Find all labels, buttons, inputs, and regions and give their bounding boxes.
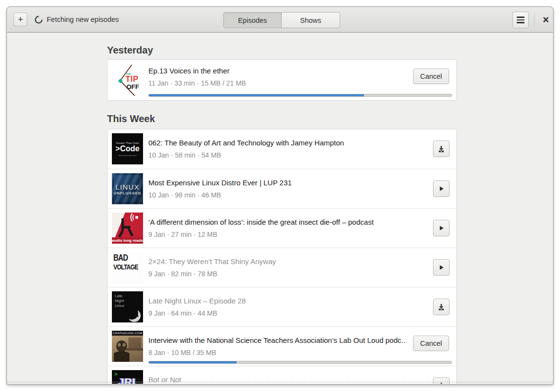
fetch-status-label: Fetching new episodes bbox=[47, 7, 119, 32]
episode-meta: 9 Jan · 27 min · 12 MB bbox=[148, 231, 217, 238]
episode-title: ‘A different dimension of loss’: inside … bbox=[148, 218, 374, 226]
episode-meta: 10 Jan · 98 min · 46 MB bbox=[148, 191, 221, 199]
podcast-cover-bad-voltage: BAD VOLTAGE bbox=[112, 252, 143, 283]
episode-title: Interview with the National Science Teac… bbox=[148, 336, 406, 344]
download-icon bbox=[437, 145, 445, 153]
section-title-yesterday: Yesterday bbox=[107, 45, 153, 56]
view-switcher: Episodes Shows bbox=[223, 12, 340, 28]
episode-meta: 9 Jan · 64 min · 44 MB bbox=[148, 309, 217, 317]
play-episode-button[interactable] bbox=[433, 220, 450, 236]
play-episode-button[interactable] bbox=[433, 180, 450, 197]
close-window-button[interactable]: × bbox=[539, 13, 553, 27]
podcast-cover-audio-long-reads: audio long reads bbox=[112, 213, 143, 244]
cover-banner: audio long reads bbox=[112, 237, 143, 244]
download-icon bbox=[437, 303, 445, 311]
episode-title: Ep.13 Voices in the ether bbox=[148, 67, 230, 75]
app-window: + Fetching new episodes Episodes Shows ×… bbox=[7, 7, 553, 384]
episode-title: Late Night Linux – Episode 28 bbox=[148, 297, 246, 305]
episode-meta: 11 Jan · 33 min · 15 MB / 21 MB bbox=[148, 79, 246, 87]
episode-row: audio long reads ‘A different dimension … bbox=[108, 208, 456, 248]
play-icon bbox=[438, 185, 445, 192]
headerbar-separator bbox=[534, 13, 535, 27]
podcast-cover-linux-unplugged: LINUX UNPLUGGED bbox=[112, 173, 143, 204]
download-episode-button[interactable] bbox=[433, 141, 450, 157]
scroll-undershoot-indicator bbox=[7, 382, 553, 382]
tab-shows[interactable]: Shows bbox=[282, 12, 340, 28]
episode-meta: 9 Jan · 82 min · 78 MB bbox=[148, 270, 217, 278]
add-podcast-button[interactable]: + bbox=[14, 13, 27, 26]
episode-row: LINUX UNPLUGGED Most Expensive Linux Dis… bbox=[108, 169, 456, 208]
play-icon bbox=[438, 225, 445, 232]
hamburger-icon bbox=[517, 17, 524, 18]
episode-title: Most Expensive Linux Distro Ever | LUP 2… bbox=[148, 178, 292, 187]
play-episode-button[interactable] bbox=[433, 259, 450, 276]
download-episode-button[interactable] bbox=[433, 299, 450, 315]
episode-row: CRAPHOUND.COM Interview with the Nationa… bbox=[108, 326, 456, 366]
podcast-cover-late-night-linux: Late Night Linux bbox=[112, 291, 143, 322]
episode-title: Bot or Not bbox=[148, 375, 181, 384]
section-title-this-week: This Week bbox=[107, 113, 155, 125]
episode-title: 2×24: They Weren’t That Shiny Anyway bbox=[148, 257, 276, 266]
episode-title: 062: The Beauty of Art and Technology wi… bbox=[148, 139, 344, 147]
episode-list: Greater Than Code >Code hosted by mandy … bbox=[107, 129, 457, 384]
download-episode-button[interactable] bbox=[433, 377, 450, 384]
podcast-cover-craphound: CRAPHOUND.COM bbox=[112, 331, 143, 362]
episode-meta: 10 Jan · 58 min · 54 MB bbox=[148, 151, 221, 159]
episode-row: Greater Than Code >Code hosted by mandy … bbox=[108, 129, 456, 169]
headerbar: + Fetching new episodes Episodes Shows × bbox=[7, 7, 553, 33]
episode-card: THE TIP OFF Ep.13 Voices in the ether 11… bbox=[107, 59, 457, 101]
download-progress-bar bbox=[148, 361, 452, 364]
podcast-cover-the-tip-off: THE TIP OFF bbox=[112, 65, 143, 96]
spinner-icon bbox=[35, 16, 43, 24]
episode-row: THE TIP OFF Ep.13 Voices in the ether 11… bbox=[108, 60, 456, 100]
play-icon bbox=[438, 264, 445, 271]
cancel-download-button[interactable]: Cancel bbox=[413, 69, 449, 84]
episode-meta: 8 Jan · 10 MB / 35 MB bbox=[148, 349, 216, 356]
download-progress-bar bbox=[148, 94, 452, 97]
tab-episodes[interactable]: Episodes bbox=[223, 12, 282, 28]
cover-banner: CRAPHOUND.COM bbox=[112, 331, 143, 336]
episode-row: BAD VOLTAGE 2×24: They Weren’t That Shin… bbox=[108, 248, 456, 287]
cancel-download-button[interactable]: Cancel bbox=[413, 336, 449, 351]
episode-row: > JRL Bot or Not bbox=[108, 366, 456, 384]
episodes-view[interactable]: Yesterday THE TIP OFF Ep.13 Voices in th… bbox=[7, 33, 553, 384]
podcast-cover-greater-than-code: Greater Than Code >Code hosted by mandy … bbox=[112, 133, 143, 164]
hamburger-menu-button[interactable] bbox=[512, 12, 529, 28]
episode-row: Late Night Linux Late Night Linux – Epis… bbox=[108, 287, 456, 326]
